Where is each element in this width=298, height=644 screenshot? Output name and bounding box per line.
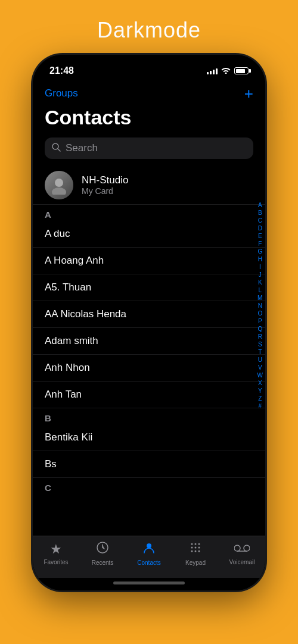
svg-point-2: [55, 179, 63, 187]
alpha-hash[interactable]: #: [258, 403, 262, 410]
tab-bar: ★ Favorites Recents: [33, 536, 265, 578]
avatar: [45, 171, 73, 199]
alpha-r[interactable]: R: [258, 333, 262, 340]
search-icon: [52, 143, 61, 154]
contacts-list: NH-Studio My Card A A duc A Hoang Anh A5…: [33, 166, 265, 536]
list-item[interactable]: Bs: [33, 451, 265, 478]
my-card-label: My Card: [82, 186, 128, 196]
alpha-m[interactable]: M: [257, 295, 262, 302]
section-header-b: B: [33, 408, 265, 424]
status-time: 21:48: [49, 65, 74, 76]
alpha-u[interactable]: U: [258, 357, 262, 364]
search-bar[interactable]: Search: [45, 137, 253, 159]
svg-point-15: [234, 545, 240, 551]
battery-icon: [234, 67, 249, 74]
tab-contacts[interactable]: Contacts: [126, 541, 172, 566]
svg-point-5: [147, 543, 151, 548]
contacts-heading: Contacts: [33, 106, 265, 135]
svg-point-9: [191, 547, 193, 549]
alpha-p[interactable]: P: [258, 318, 262, 325]
alpha-d[interactable]: D: [258, 225, 262, 232]
groups-button[interactable]: Groups: [45, 87, 78, 99]
svg-point-11: [198, 547, 200, 549]
page-title: Darkmode: [97, 18, 201, 43]
screen: 21:48: [33, 55, 265, 590]
alpha-z[interactable]: Z: [258, 395, 262, 402]
tab-recents[interactable]: Recents: [79, 541, 126, 566]
list-item[interactable]: A Hoang Anh: [33, 248, 265, 274]
status-bar: 21:48: [33, 55, 265, 83]
my-card-name: NH-Studio: [82, 174, 128, 186]
alpha-b[interactable]: B: [258, 210, 262, 217]
list-item[interactable]: Bentika Kii: [33, 424, 265, 451]
list-item[interactable]: A duc: [33, 221, 265, 248]
svg-point-10: [195, 547, 197, 549]
tab-voicemail[interactable]: Voicemail: [219, 542, 265, 565]
svg-point-12: [191, 551, 193, 552]
phone-frame: 21:48: [33, 55, 265, 590]
app-content: Groups + Contacts Search: [33, 83, 265, 590]
svg-point-13: [195, 551, 197, 552]
alpha-s[interactable]: S: [258, 341, 262, 348]
list-item[interactable]: A5. Thuan: [33, 274, 265, 301]
tab-favorites[interactable]: ★ Favorites: [33, 542, 79, 565]
svg-point-7: [195, 543, 197, 545]
search-placeholder: Search: [66, 142, 98, 154]
alpha-o[interactable]: O: [257, 310, 262, 317]
signal-icon: [207, 67, 218, 74]
alpha-v[interactable]: V: [258, 364, 262, 371]
alpha-f[interactable]: F: [258, 240, 262, 248]
alpha-j[interactable]: J: [259, 271, 262, 279]
my-card-info: NH-Studio My Card: [82, 174, 128, 196]
tab-keypad[interactable]: Keypad: [172, 541, 219, 566]
keypad-icon: [189, 541, 202, 558]
alpha-k[interactable]: K: [258, 279, 262, 286]
svg-line-1: [58, 149, 60, 151]
svg-point-6: [191, 543, 193, 545]
add-contact-button[interactable]: +: [244, 86, 253, 101]
tab-voicemail-label: Voicemail: [229, 559, 255, 565]
alpha-x[interactable]: X: [258, 380, 262, 387]
avatar-image: [45, 171, 73, 199]
alpha-q[interactable]: Q: [257, 326, 262, 333]
recents-icon: [96, 541, 109, 558]
svg-point-8: [198, 543, 200, 545]
alpha-y[interactable]: Y: [258, 387, 262, 395]
tab-keypad-label: Keypad: [185, 559, 206, 566]
list-item[interactable]: Anh Nhon: [33, 355, 265, 382]
alpha-e[interactable]: E: [258, 233, 262, 240]
alpha-c[interactable]: C: [258, 217, 262, 224]
favorites-icon: ★: [50, 542, 62, 557]
list-item[interactable]: AA Nicolas Henda: [33, 301, 265, 328]
alphabet-index[interactable]: A B C D E F G H I J K L M N O P Q: [257, 202, 263, 410]
svg-point-16: [244, 545, 250, 551]
alpha-t[interactable]: T: [258, 349, 262, 356]
voicemail-icon: [234, 542, 250, 557]
home-indicator: [33, 578, 265, 590]
section-header-a: A: [33, 205, 265, 221]
svg-point-14: [198, 551, 200, 552]
status-icons: [207, 66, 249, 76]
list-item[interactable]: Anh Tan: [33, 382, 265, 408]
alpha-n[interactable]: N: [258, 302, 262, 310]
alpha-g[interactable]: G: [257, 248, 262, 255]
svg-point-3: [52, 187, 66, 195]
tab-favorites-label: Favorites: [44, 559, 68, 565]
alpha-l[interactable]: L: [258, 287, 262, 294]
my-card[interactable]: NH-Studio My Card: [33, 166, 265, 205]
home-bar: [113, 582, 185, 584]
alpha-w[interactable]: W: [257, 372, 263, 379]
nav-header: Groups +: [33, 83, 265, 106]
wifi-icon: [221, 66, 231, 76]
contacts-icon: [142, 541, 156, 558]
alpha-a[interactable]: A: [258, 202, 262, 209]
alpha-h[interactable]: H: [258, 256, 262, 263]
section-header-c: C: [33, 478, 265, 494]
tab-contacts-label: Contacts: [137, 559, 160, 566]
tab-recents-label: Recents: [92, 559, 114, 566]
list-item[interactable]: Adam smith: [33, 328, 265, 355]
alpha-i[interactable]: I: [259, 264, 261, 271]
